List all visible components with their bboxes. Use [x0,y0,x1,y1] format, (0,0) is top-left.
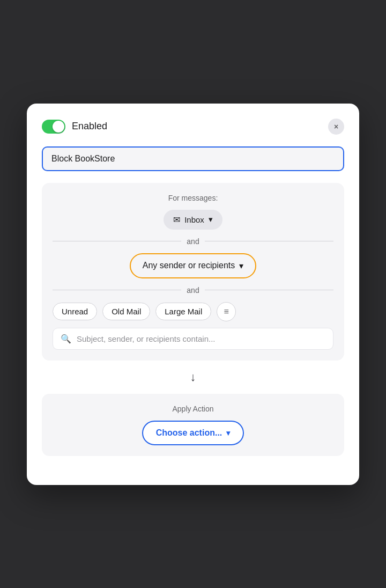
apply-action-label: Apply Action [53,405,333,413]
search-placeholder: Subject, sender, or recipients contain..… [77,334,215,343]
and-separator-2: and [53,286,333,295]
toggle-knob [53,121,64,133]
sender-dropdown-button[interactable]: Any sender or recipients ▾ [130,253,257,278]
enabled-label: Enabled [72,121,107,132]
mail-icon: ✉ [173,215,180,225]
arrow-section: ↓ [42,370,344,384]
enabled-toggle[interactable] [42,120,65,134]
inbox-dropdown-button[interactable]: ✉ Inbox ▾ [164,210,222,230]
chip-unread[interactable]: Unread [53,303,97,320]
rule-name-input[interactable] [42,146,344,171]
for-messages-card: For messages: ✉ Inbox ▾ and Any sender o… [42,183,344,361]
more-filters-button[interactable]: ≡ [217,302,236,321]
sender-chevron-icon: ▾ [239,261,243,271]
close-button[interactable]: × [328,119,344,135]
sender-label: Any sender or recipients [143,261,235,270]
choose-action-button[interactable]: Choose action... ▾ [142,421,244,445]
search-icon: 🔍 [61,334,71,344]
apply-action-card: Apply Action Choose action... ▾ [42,394,344,456]
choose-action-label: Choose action... [156,428,222,438]
for-messages-label: For messages: [53,194,333,202]
rule-modal: Enabled × For messages: ✉ Inbox ▾ and An… [27,104,359,485]
list-icon: ≡ [224,307,229,317]
search-field[interactable]: 🔍 Subject, sender, or recipients contain… [53,328,333,350]
modal-header: Enabled × [42,119,344,135]
chip-large-mail[interactable]: Large Mail [155,303,211,320]
down-arrow-icon: ↓ [190,370,196,384]
choose-action-chevron-icon: ▾ [226,429,230,437]
inbox-label: Inbox [184,215,204,224]
filter-chips-row: Unread Old Mail Large Mail ≡ [53,302,333,321]
header-left: Enabled [42,120,107,134]
inbox-chevron-icon: ▾ [209,215,213,224]
chip-old-mail[interactable]: Old Mail [102,303,150,320]
and-separator-1: and [53,237,333,246]
